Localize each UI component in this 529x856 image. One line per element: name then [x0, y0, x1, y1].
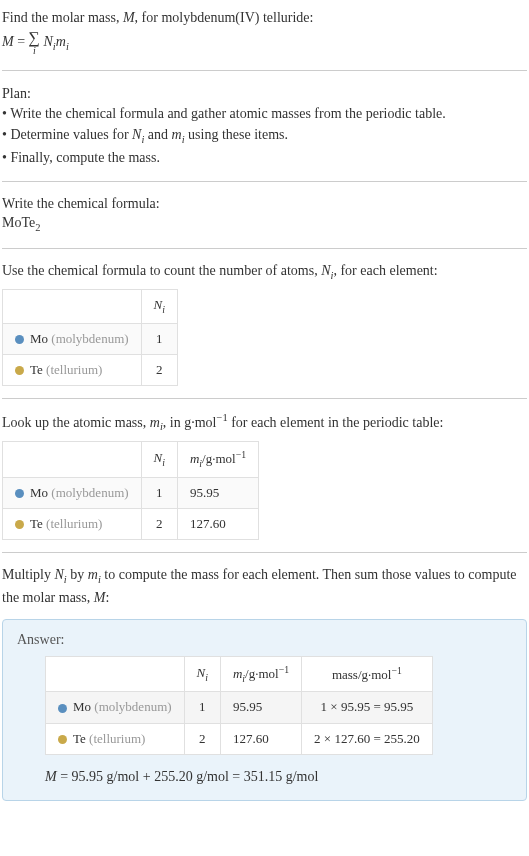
- element-name: (tellurium): [46, 362, 102, 377]
- multiply-block: Multiply Ni by mi to compute the mass fo…: [2, 561, 527, 615]
- element-cell: Mo (molybdenum): [3, 477, 142, 508]
- question-line: Find the molar mass, M, for molybdenum(I…: [2, 8, 527, 28]
- header-N: Ni: [141, 442, 177, 478]
- exp: −1: [216, 412, 227, 423]
- var-N: N: [321, 263, 330, 278]
- table-header-row: Ni: [3, 290, 178, 323]
- text: Find the molar mass,: [2, 10, 123, 25]
- count-block: Use the chemical formula to count the nu…: [2, 257, 527, 394]
- eq-m: m: [56, 34, 66, 49]
- element-symbol: Te: [30, 362, 43, 377]
- element-symbol: Te: [73, 731, 86, 746]
- sigma-symbol: ∑: [29, 29, 40, 46]
- color-dot-icon: [58, 735, 67, 744]
- divider: [2, 398, 527, 399]
- text: Use the chemical formula to count the nu…: [2, 263, 321, 278]
- element-cell: Te (tellurium): [46, 723, 185, 754]
- element-symbol: Mo: [30, 485, 48, 500]
- calc-value: 2 × 127.60 = 255.20: [302, 723, 433, 754]
- text: , for each element:: [333, 263, 437, 278]
- text: , in g·mol: [163, 415, 217, 430]
- table-row: Te (tellurium) 2: [3, 354, 178, 385]
- eq-equals: =: [14, 34, 29, 49]
- text: by: [67, 567, 88, 582]
- element-cell: Te (tellurium): [3, 508, 142, 539]
- element-symbol: Mo: [30, 331, 48, 346]
- sigma-icon: ∑i: [29, 30, 40, 56]
- table-header-row: Ni mi/g·mol−1 mass/g·mol−1: [46, 656, 433, 692]
- calc-value: 1 × 95.95 = 95.95: [302, 692, 433, 723]
- divider: [2, 552, 527, 553]
- m-value: 95.95: [220, 692, 301, 723]
- mass-block: Look up the atomic mass, mi, in g·mol−1 …: [2, 407, 527, 548]
- color-dot-icon: [15, 489, 24, 498]
- divider: [2, 70, 527, 71]
- header-N: Ni: [184, 656, 220, 692]
- n-value: 2: [184, 723, 220, 754]
- var-m: m: [172, 127, 182, 142]
- formula-title: Write the chemical formula:: [2, 194, 527, 214]
- header-m: mi/g·mol−1: [220, 656, 301, 692]
- n-value: 2: [141, 354, 177, 385]
- element-name: (tellurium): [46, 516, 102, 531]
- var-M: M: [45, 769, 57, 784]
- n-value: 1: [184, 692, 220, 723]
- final-result: M = 95.95 g/mol + 255.20 g/mol = 351.15 …: [45, 767, 512, 787]
- text: • Determine values for: [2, 127, 132, 142]
- table-header-row: Ni mi/g·mol−1: [3, 442, 259, 478]
- var-m: m: [88, 567, 98, 582]
- table-row: Te (tellurium) 2 127.60 2 × 127.60 = 255…: [46, 723, 433, 754]
- empty-header: [3, 290, 142, 323]
- mass-table: Ni mi/g·mol−1 Mo (molybdenum) 1 95.95 Te…: [2, 441, 259, 540]
- count-title: Use the chemical formula to count the nu…: [2, 261, 527, 283]
- divider: [2, 248, 527, 249]
- color-dot-icon: [15, 366, 24, 375]
- answer-label: Answer:: [17, 630, 512, 650]
- n-value: 1: [141, 323, 177, 354]
- table-row: Mo (molybdenum) 1: [3, 323, 178, 354]
- element-cell: Mo (molybdenum): [46, 692, 185, 723]
- plan-item: • Write the chemical formula and gather …: [2, 104, 527, 124]
- table-row: Mo (molybdenum) 1 95.95: [3, 477, 259, 508]
- text: , for molybdenum(IV) telluride:: [135, 10, 314, 25]
- element-name: (molybdenum): [51, 485, 128, 500]
- molar-mass-equation: M = ∑i Nimi: [2, 30, 527, 56]
- eq-m-sub: i: [66, 41, 69, 52]
- table-row: Mo (molybdenum) 1 95.95 1 × 95.95 = 95.9…: [46, 692, 433, 723]
- var-M: M: [94, 590, 106, 605]
- text: for each element in the periodic table:: [228, 415, 444, 430]
- sigma-index: i: [29, 46, 40, 56]
- m-value: 127.60: [177, 508, 258, 539]
- divider: [2, 181, 527, 182]
- var-M: M: [123, 10, 135, 25]
- final-equation: = 95.95 g/mol + 255.20 g/mol = 351.15 g/…: [57, 769, 319, 784]
- mass-title: Look up the atomic mass, mi, in g·mol−1 …: [2, 411, 527, 435]
- formula-sub: 2: [35, 222, 40, 233]
- n-value: 1: [141, 477, 177, 508]
- element-cell: Te (tellurium): [3, 354, 142, 385]
- answer-content: Ni mi/g·mol−1 mass/g·mol−1 Mo (molybdenu…: [17, 656, 512, 787]
- text: using these items.: [185, 127, 288, 142]
- color-dot-icon: [15, 335, 24, 344]
- n-value: 2: [141, 508, 177, 539]
- element-name: (molybdenum): [94, 699, 171, 714]
- element-name: (molybdenum): [51, 331, 128, 346]
- text: and: [144, 127, 171, 142]
- table-row: Te (tellurium) 2 127.60: [3, 508, 259, 539]
- plan-item: • Determine values for Ni and mi using t…: [2, 125, 527, 147]
- color-dot-icon: [15, 520, 24, 529]
- empty-header: [3, 442, 142, 478]
- formula-block: Write the chemical formula: MoTe2: [2, 190, 527, 244]
- color-dot-icon: [58, 704, 67, 713]
- element-symbol: Mo: [73, 699, 91, 714]
- header-N: Ni: [141, 290, 177, 323]
- text: Multiply: [2, 567, 55, 582]
- chemical-formula: MoTe2: [2, 213, 527, 235]
- answer-box: Answer: Ni mi/g·mol−1 mass/g·mol−1 Mo (m…: [2, 619, 527, 801]
- element-name: (tellurium): [89, 731, 145, 746]
- header-mass: mass/g·mol−1: [302, 656, 433, 692]
- question-block: Find the molar mass, M, for molybdenum(I…: [2, 4, 527, 66]
- var-m: m: [150, 415, 160, 430]
- element-cell: Mo (molybdenum): [3, 323, 142, 354]
- plan-block: Plan: • Write the chemical formula and g…: [2, 79, 527, 177]
